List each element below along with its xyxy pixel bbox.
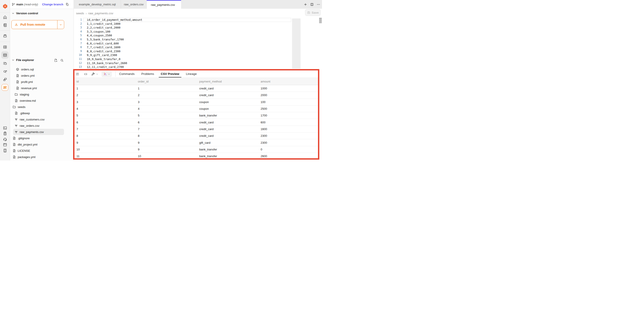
compiled-code-icon[interactable] xyxy=(84,72,88,76)
code-line[interactable]: 13 12,11,credit_card,2700 xyxy=(74,65,322,69)
file-row[interactable]: .gitkeep xyxy=(10,110,74,116)
rail-dashboard-icon[interactable] xyxy=(1,43,8,50)
code-line[interactable]: 12 11,10,bank_transfer,2600 xyxy=(74,61,322,65)
new-file-icon[interactable] xyxy=(54,58,58,62)
table-row[interactable]: 1 1 credit_card 1000 xyxy=(74,85,319,92)
pull-from-remote-button[interactable]: Pull from remote xyxy=(12,20,64,29)
scrollbar-thumb[interactable] xyxy=(319,18,322,23)
file-name: LICENSE xyxy=(18,149,30,152)
atom-icon xyxy=(2,84,8,91)
rail-frame-select-icon[interactable] xyxy=(1,60,8,67)
file-row[interactable]: orders.sql xyxy=(10,66,74,72)
code-line[interactable]: 1 id,order_id,payment_method,amount xyxy=(74,18,322,22)
table-row[interactable]: 3 3 coupon 100 xyxy=(74,99,319,106)
panel-tab-problems[interactable]: Problems xyxy=(141,70,154,78)
code-line[interactable]: 9 8,8,credit_card,2300 xyxy=(74,50,322,54)
new-tab-icon[interactable] xyxy=(304,3,307,6)
panel-tab-commands[interactable]: Commands xyxy=(119,70,134,78)
tab-raw-orders[interactable]: raw_orders.csv xyxy=(121,0,147,9)
branch-mode: (read-only) xyxy=(24,3,38,6)
save-button[interactable]: Save xyxy=(305,9,321,16)
file-row[interactable]: dbt_project.yml xyxy=(10,141,74,148)
table-row[interactable]: 8 8 credit_card 2300 xyxy=(74,132,319,139)
code-line[interactable]: 4 3,3,coupon,100 xyxy=(74,30,322,34)
rail-code-editor-icon[interactable] xyxy=(1,52,8,58)
file-row[interactable]: .gitignore xyxy=(10,135,74,141)
column-header-payment-method[interactable]: payment_method xyxy=(196,80,258,83)
line-number: 12 xyxy=(74,61,82,65)
file-name: orders.sql xyxy=(21,68,34,71)
column-header-id[interactable]: id xyxy=(74,80,135,83)
cell-amount: 2600 xyxy=(258,154,320,158)
code-line[interactable]: 11 10,9,bank_transfer,0 xyxy=(74,57,322,61)
version-control-header[interactable]: Version control xyxy=(12,12,38,15)
rail-ai-copilot-icon[interactable] xyxy=(1,84,8,91)
panel-tab-csv-preview[interactable]: CSV Preview xyxy=(161,70,179,78)
table-row[interactable]: 6 6 credit_card 600 xyxy=(74,119,319,126)
search-icon[interactable] xyxy=(60,58,64,62)
code-line[interactable]: 7 6,6,credit_card,600 xyxy=(74,42,322,46)
ai-wand-button[interactable] xyxy=(102,71,112,77)
cell-payment-method: coupon xyxy=(196,100,258,104)
code-line[interactable]: 6 5,5,bank_transfer,1700 xyxy=(74,38,322,42)
change-branch-link[interactable]: Change branch xyxy=(42,3,63,6)
file-row[interactable]: raw_orders.csv xyxy=(10,122,74,129)
cell-amount: 100 xyxy=(258,100,320,104)
results-table-icon[interactable] xyxy=(76,72,80,76)
table-row[interactable]: 11 10 bank_transfer 2600 xyxy=(74,153,319,160)
file-row[interactable]: seeds xyxy=(10,104,74,110)
csv-preview-table[interactable]: 1 1 credit_card 1000 2 2 credit_card 200… xyxy=(74,85,319,160)
cell-payment-method: credit_card xyxy=(196,128,258,131)
rail-home-icon[interactable] xyxy=(1,14,8,21)
file-row[interactable]: packages.yml xyxy=(10,154,74,160)
table-row[interactable]: 10 9 bank_transfer 0 xyxy=(74,146,319,153)
file-row[interactable]: orders.yml xyxy=(10,72,74,79)
file-row[interactable]: overview.md xyxy=(10,98,74,104)
minimap[interactable] xyxy=(292,18,300,69)
editor-scrollbar[interactable] xyxy=(319,18,322,23)
code-line[interactable]: 5 4,4,coupon,2500 xyxy=(74,34,322,38)
rail-archive-icon[interactable] xyxy=(1,32,8,39)
rail-explore-search-icon[interactable] xyxy=(1,68,8,75)
code-line[interactable]: 10 9,9,gift_card,2300 xyxy=(74,53,322,57)
tab-raw-payments-active[interactable]: raw_payments.csv xyxy=(147,0,181,9)
file-row[interactable]: LICENSE xyxy=(10,148,74,154)
file-explorer-header[interactable]: File explorer xyxy=(12,58,34,62)
cell-amount: 1600 xyxy=(258,128,320,131)
breadcrumb-folder[interactable]: seeds xyxy=(76,12,84,15)
code-editor[interactable]: 1 id,order_id,payment_method,amount 2 1,… xyxy=(74,18,322,69)
dbt-logo[interactable] xyxy=(0,0,10,13)
cell-id: 9 xyxy=(74,141,135,144)
build-tools-button[interactable] xyxy=(91,72,98,76)
file-row[interactable]: profit.yml xyxy=(10,79,74,85)
code-line[interactable]: 8 7,7,credit_card,1600 xyxy=(74,46,322,50)
file-row[interactable]: raw_payments.csv xyxy=(13,129,64,135)
panel-tab-lineage[interactable]: Lineage xyxy=(186,70,197,78)
save-floppy-icon xyxy=(307,11,310,14)
cell-amount: 1000 xyxy=(258,87,320,90)
pull-options-caret[interactable] xyxy=(57,20,64,29)
more-options-icon[interactable] xyxy=(317,3,320,6)
code-line[interactable]: 2 1,1,credit_card,1000 xyxy=(74,22,322,26)
table-row[interactable]: 2 2 credit_card 2000 xyxy=(74,92,319,98)
cell-order-id: 4 xyxy=(135,107,197,110)
rail-windows-icon[interactable] xyxy=(1,76,8,83)
table-row[interactable]: 9 9 gift_card 2300 xyxy=(74,139,319,146)
table-row[interactable]: 4 4 coupon 2500 xyxy=(74,106,319,112)
line-text: 3,3,coupon,100 xyxy=(82,30,110,34)
rail-organization-icon[interactable] xyxy=(1,147,8,154)
tab-example-develop-metric[interactable]: example_develop_metric.sql xyxy=(74,0,121,9)
table-row[interactable]: 5 5 bank_transfer 1700 xyxy=(74,112,319,119)
file-row[interactable]: revenue.yml xyxy=(10,85,74,91)
code-line[interactable]: 3 2,2,credit_card,2000 xyxy=(74,26,322,30)
rail-notebook-icon[interactable] xyxy=(1,22,8,28)
column-header-order-id[interactable]: order_id xyxy=(135,80,197,83)
file-row[interactable]: staging xyxy=(10,91,74,98)
split-editor-icon[interactable] xyxy=(310,3,314,6)
copy-icon[interactable] xyxy=(66,3,69,6)
cell-payment-method: bank_transfer xyxy=(196,114,258,117)
column-header-amount[interactable]: amount xyxy=(258,80,320,83)
cell-amount: 2300 xyxy=(258,141,320,144)
file-row[interactable]: raw_customers.csv xyxy=(10,116,74,122)
table-row[interactable]: 7 7 credit_card 1600 xyxy=(74,126,319,132)
